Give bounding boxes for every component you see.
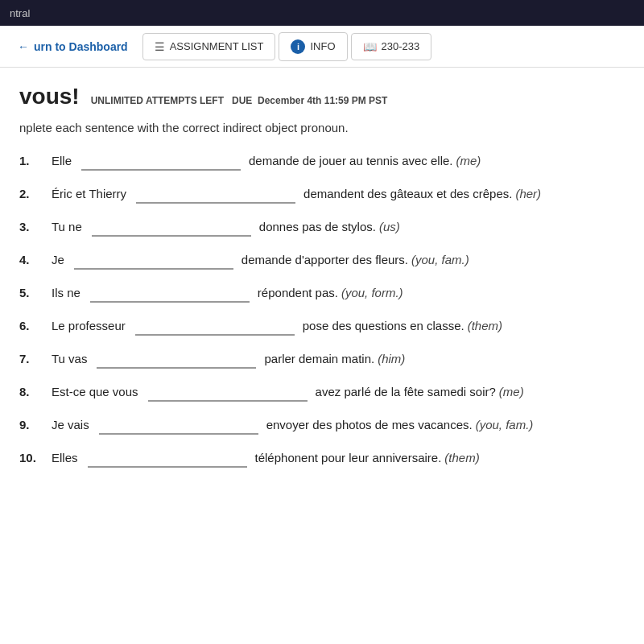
question-item: 4.Jedemande d'apporter des fleurs.(you, … <box>19 251 625 270</box>
due-label: DUE December 4th 11:59 PM PST <box>232 95 387 106</box>
question-prefix: Tu vas <box>52 352 87 365</box>
answer-input-5[interactable] <box>90 284 250 303</box>
question-prefix: Je <box>52 253 64 266</box>
question-number: 3. <box>19 220 52 233</box>
question-item: 10.Ellestéléphonent pour leur anniversai… <box>19 449 625 468</box>
pages-label: 230-233 <box>382 40 420 52</box>
arrow-left-icon: ← <box>18 40 29 53</box>
answer-input-8[interactable] <box>148 383 308 402</box>
answer-input-1[interactable] <box>81 152 241 171</box>
question-number: 5. <box>19 286 52 299</box>
assignment-title-row: vous! UNLIMITED ATTEMPTS LEFT DUE Decemb… <box>19 84 625 109</box>
question-number: 2. <box>19 187 52 200</box>
question-hint: (you, fam.) <box>476 418 534 431</box>
top-bar: ntral <box>0 0 644 26</box>
question-item: 7.Tu vasparler demain matin.(him) <box>19 350 625 369</box>
questions-list: 1.Elledemande de jouer au tennis avec el… <box>19 152 625 468</box>
question-item: 5.Ils nerépondent pas.(you, form.) <box>19 284 625 303</box>
question-suffix: téléphonent pour leur anniversaire. <box>255 451 442 464</box>
question-suffix: pose des questions en classe. <box>303 319 464 332</box>
question-prefix: Elle <box>52 154 72 167</box>
question-hint: (you, form.) <box>341 286 403 299</box>
return-to-dashboard-button[interactable]: ← urn to Dashboard <box>6 34 139 60</box>
question-hint: (them) <box>468 319 502 332</box>
question-item: 1.Elledemande de jouer au tennis avec el… <box>19 152 625 171</box>
question-prefix: Éric et Thierry <box>52 187 126 200</box>
question-suffix: avez parlé de la fête samedi soir? <box>316 385 496 398</box>
question-item: 2.Éric et Thierrydemandent des gâteaux e… <box>19 185 625 204</box>
question-suffix: répondent pas. <box>258 286 338 299</box>
assignment-meta: UNLIMITED ATTEMPTS LEFT DUE December 4th… <box>91 95 388 106</box>
question-item: 6.Le professeurpose des questions en cla… <box>19 317 625 336</box>
question-hint: (me) <box>456 154 481 167</box>
assignment-list-label: ASSIGNMENT LIST <box>170 40 264 52</box>
question-suffix: demande de jouer au tennis avec elle. <box>249 154 453 167</box>
question-hint: (you, fam.) <box>411 253 469 266</box>
question-number: 4. <box>19 253 52 266</box>
question-prefix: Ils ne <box>52 286 80 299</box>
due-date: December 4th 11:59 PM PST <box>258 95 387 106</box>
question-suffix: demandent des gâteaux et des crêpes. <box>303 187 512 200</box>
question-hint: (us) <box>379 220 400 233</box>
question-item: 8.Est-ce que vousavez parlé de la fête s… <box>19 383 625 402</box>
nav-bar: ← urn to Dashboard ☰ ASSIGNMENT LIST i I… <box>0 26 644 68</box>
question-number: 6. <box>19 319 52 332</box>
question-number: 10. <box>19 451 52 464</box>
return-label: urn to Dashboard <box>34 40 128 53</box>
answer-input-2[interactable] <box>136 185 295 204</box>
answer-input-10[interactable] <box>88 449 247 468</box>
question-prefix: Elles <box>52 451 78 464</box>
question-suffix: demande d'apporter des fleurs. <box>242 253 408 266</box>
book-icon: 📖 <box>363 40 377 53</box>
question-hint: (them) <box>444 451 479 464</box>
question-item: 3.Tu nedonnes pas de stylos.(us) <box>19 218 625 237</box>
question-prefix: Le professeur <box>52 319 126 332</box>
answer-input-7[interactable] <box>97 350 256 369</box>
pages-button[interactable]: 📖 230-233 <box>351 33 432 60</box>
list-icon: ☰ <box>155 40 165 53</box>
assignment-list-button[interactable]: ☰ ASSIGNMENT LIST <box>142 33 276 60</box>
app-title: ntral <box>10 7 30 19</box>
answer-input-9[interactable] <box>99 416 258 435</box>
question-number: 9. <box>19 418 52 431</box>
question-number: 7. <box>19 352 52 365</box>
question-prefix: Est-ce que vous <box>52 385 138 398</box>
question-suffix: donnes pas de stylos. <box>259 220 376 233</box>
answer-input-4[interactable] <box>74 251 233 270</box>
question-prefix: Je vais <box>52 418 89 431</box>
question-hint: (me) <box>499 385 524 398</box>
question-number: 8. <box>19 385 52 398</box>
answer-input-3[interactable] <box>92 218 251 237</box>
main-content: vous! UNLIMITED ATTEMPTS LEFT DUE Decemb… <box>0 68 644 644</box>
info-icon: i <box>291 39 305 54</box>
question-prefix: Tu ne <box>52 220 82 233</box>
question-suffix: parler demain matin. <box>264 352 374 365</box>
info-label: INFO <box>310 40 335 52</box>
question-suffix: envoyer des photos de mes vacances. <box>266 418 473 431</box>
answer-input-6[interactable] <box>135 317 295 336</box>
assignment-title: vous! <box>19 84 80 109</box>
question-number: 1. <box>19 154 52 167</box>
attempts-label: UNLIMITED ATTEMPTS LEFT <box>91 95 224 106</box>
instruction-text: nplete each sentence with the correct in… <box>19 121 625 134</box>
question-hint: (her) <box>515 187 541 200</box>
question-hint: (him) <box>378 352 405 365</box>
info-button[interactable]: i INFO <box>279 32 347 61</box>
question-item: 9.Je vaisenvoyer des photos de mes vacan… <box>19 416 625 435</box>
